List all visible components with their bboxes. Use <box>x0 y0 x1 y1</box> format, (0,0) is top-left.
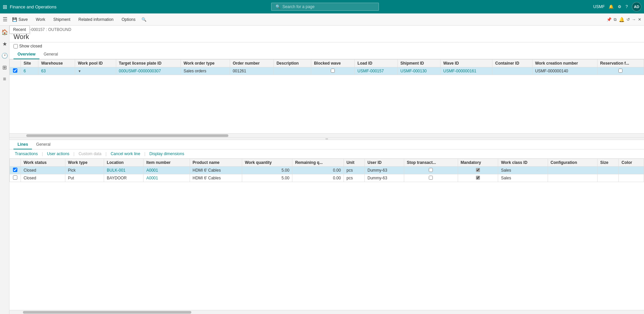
cell-site[interactable]: 6 <box>21 67 38 75</box>
settings-icon[interactable]: ⚙ <box>618 4 621 9</box>
cancel-work-line-button[interactable]: Cancel work line <box>109 151 141 157</box>
tab-general-lines[interactable]: General <box>32 140 55 149</box>
tab-lines[interactable]: Lines <box>13 140 32 149</box>
lines-col-mandatory: Mandatory <box>458 159 498 167</box>
cell-shipment-id[interactable]: USMF-000130 <box>397 67 440 75</box>
sidebar-recent-icon[interactable]: 🕐 <box>0 51 9 60</box>
lines-row1-checkbox[interactable] <box>12 168 18 172</box>
refresh-icon[interactable]: ↺ <box>626 17 630 22</box>
hamburger-icon[interactable]: ☰ <box>3 16 7 23</box>
overview-scrollbar[interactable] <box>9 133 644 137</box>
sidebar-grid-icon[interactable]: ⊞ <box>1 63 8 72</box>
tab-general-overview[interactable]: General <box>39 50 62 59</box>
forward-icon[interactable]: → <box>632 17 636 22</box>
col-wave-id: Wave ID <box>441 60 492 67</box>
lines-row2-product-name: HDMI 6' Cables <box>190 174 242 182</box>
bottom-scroll-thumb[interactable] <box>23 311 191 314</box>
lines-row1-work-class-id: Sales <box>498 167 548 174</box>
notifications-icon[interactable]: 🔔 <box>609 4 614 9</box>
app-title: Finance and Operations <box>10 4 57 9</box>
options-menu[interactable]: Options <box>118 16 139 23</box>
show-closed-checkbox[interactable] <box>13 44 18 48</box>
col-warehouse: Warehouse <box>38 60 75 67</box>
help-icon[interactable]: ? <box>625 4 628 9</box>
lines-row2-checkbox[interactable] <box>12 175 18 180</box>
lines-row2-work-status: Closed <box>21 174 65 182</box>
lines-row2-stop-transact <box>404 174 458 182</box>
save-icon: 💾 <box>12 17 17 22</box>
lines-col-select <box>10 159 21 167</box>
lines-row2-mandatory <box>458 174 498 182</box>
search-input[interactable] <box>283 4 375 9</box>
lines-row1-item-number[interactable]: A0001 <box>143 167 190 174</box>
stop-transact-2-checkbox[interactable] <box>429 176 433 180</box>
cell-target-lp-id[interactable]: 000USMF-0000000307 <box>116 67 181 75</box>
search-icon-menubar[interactable]: 🔍 <box>141 17 147 22</box>
overview-scroll-thumb[interactable] <box>26 134 228 137</box>
lines-row1-remaining-qty: 0.00 <box>292 167 344 174</box>
lines-row-1[interactable]: Closed Pick BULK-001 A0001 HDMI 6' Cable… <box>10 167 644 174</box>
row-selector-cell <box>10 67 21 75</box>
cell-order-number: 001261 <box>230 67 273 75</box>
lines-row1-mandatory <box>458 167 498 174</box>
cell-warehouse[interactable]: 63 <box>38 67 75 75</box>
lines-row1-color <box>619 167 644 174</box>
notifications-count-icon[interactable]: 🔔 <box>619 17 624 22</box>
save-button[interactable]: 💾 Save <box>9 16 31 23</box>
mandatory-2-checkbox[interactable] <box>476 176 480 180</box>
lines-row-2[interactable]: Closed Put BAYDOOR A0001 HDMI 6' Cables … <box>10 174 644 182</box>
lines-col-unit: Unit <box>344 159 364 167</box>
lines-row1-user-id: Dummy-63 <box>365 167 404 174</box>
lines-grid: Work status Work type Location Item numb… <box>9 159 644 182</box>
sidebar-list-icon[interactable]: ≡ <box>2 75 7 83</box>
lines-row1-selector-cell <box>10 167 21 174</box>
tab-overview[interactable]: Overview <box>13 50 39 59</box>
sidebar-star-icon[interactable]: ★ <box>1 39 8 48</box>
window-icon[interactable]: ⧉ <box>614 17 617 22</box>
lines-row2-unit: pcs <box>344 174 364 182</box>
work-menu[interactable]: Work <box>32 16 49 23</box>
apps-icon[interactable]: ⊞ <box>3 4 7 10</box>
lines-row2-configuration <box>548 174 598 182</box>
shipment-menu[interactable]: Shipment <box>50 16 74 23</box>
row-checkbox[interactable] <box>12 68 18 73</box>
pin-icon[interactable]: 📌 <box>607 17 612 22</box>
lines-row2-selector-cell <box>10 174 21 182</box>
user-actions-button[interactable]: User actions <box>45 151 71 157</box>
cell-reservation <box>597 67 644 75</box>
display-dimensions-button[interactable]: Display dimensions <box>148 151 186 157</box>
stop-transact-1-checkbox[interactable] <box>429 168 433 172</box>
lines-row2-item-number[interactable]: A0001 <box>143 174 190 182</box>
lines-row2-color <box>619 174 644 182</box>
mandatory-1-checkbox[interactable] <box>476 168 480 172</box>
dropdown-arrow[interactable]: ▼ <box>78 69 81 73</box>
top-bar: ⊞ Finance and Operations 🔍 USMF 🔔 ⚙ ? AD <box>0 0 644 13</box>
reservation-checkbox[interactable] <box>618 69 622 73</box>
transactions-button[interactable]: Transactions <box>13 151 39 157</box>
related-info-menu[interactable]: Related information <box>75 16 117 23</box>
col-reservation: Reservation f... <box>597 60 644 67</box>
user-avatar[interactable]: AD <box>632 2 641 11</box>
cell-container-id <box>492 67 532 75</box>
bottom-scrollbar[interactable] <box>9 310 644 314</box>
cell-load-id[interactable]: USMF-000157 <box>355 67 397 75</box>
sidebar-home-icon[interactable]: 🏠 <box>0 28 9 37</box>
show-closed-row: Show closed <box>9 42 644 50</box>
cell-work-creation-number: USMF-000000140 <box>532 67 597 75</box>
col-container-id: Container ID <box>492 60 532 67</box>
close-icon[interactable]: ✕ <box>638 17 641 22</box>
search-icon: 🔍 <box>276 4 281 9</box>
cell-work-order-type: Sales orders <box>181 67 230 75</box>
cell-wave-id[interactable]: USMF-000000161 <box>441 67 492 75</box>
lines-row1-unit: pcs <box>344 167 364 174</box>
lines-row2-work-type: Put <box>65 174 104 182</box>
lines-row1-location[interactable]: BULK-001 <box>104 167 143 174</box>
lines-row2-size <box>598 174 619 182</box>
col-work-pool-id: Work pool ID <box>75 60 116 67</box>
blocked-wave-checkbox[interactable] <box>331 69 335 73</box>
section-divider[interactable]: ═ <box>9 137 644 140</box>
lines-table: Work status Work type Location Item numb… <box>9 159 644 182</box>
lines-col-stop-transact: Stop transact... <box>404 159 458 167</box>
table-row[interactable]: 6 63 ▼ 000USMF-0000000307 Sales orders 0… <box>10 67 644 75</box>
col-select <box>10 60 21 67</box>
